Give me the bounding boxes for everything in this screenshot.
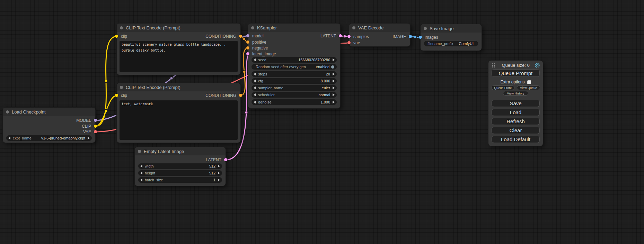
increment-arrow-icon[interactable] <box>218 179 220 181</box>
extra-options-checkbox[interactable] <box>527 80 531 84</box>
input-label-images: images <box>425 35 438 40</box>
model-output-dot[interactable] <box>94 119 97 122</box>
widget-value: 1.000 <box>320 100 330 104</box>
view-queue-button[interactable]: View Queue <box>517 85 540 90</box>
load-button[interactable]: Load <box>492 109 540 116</box>
decrement-arrow-icon[interactable] <box>140 165 142 168</box>
decrement-arrow-icon[interactable] <box>254 73 256 75</box>
queue-prompt-button[interactable]: Queue Prompt <box>492 69 540 77</box>
seed-widget[interactable]: seed 156680208700286 <box>252 57 337 63</box>
node-load-checkpoint[interactable]: Load Checkpoint MODEL CLIP VAE ckpt_name… <box>3 108 95 143</box>
next-arrow-icon[interactable] <box>333 87 335 89</box>
node-title-bar[interactable]: CLIP Text Encode (Prompt) <box>117 24 240 32</box>
collapse-dot-icon[interactable] <box>138 150 141 153</box>
input-label-clip: clip <box>121 34 127 39</box>
widget-value: 156680208700286 <box>298 58 330 62</box>
node-title-bar[interactable]: Load Checkpoint <box>3 108 95 116</box>
prev-arrow-icon[interactable] <box>254 93 256 96</box>
latent-image-input-dot[interactable] <box>246 52 249 55</box>
node-empty-latent-image[interactable]: Empty Latent Image LATENT width 512 heig… <box>135 147 226 186</box>
node-title-bar[interactable]: Empty Latent Image <box>135 147 226 155</box>
cfg-widget[interactable]: cfg 8.000 <box>252 78 337 84</box>
conditioning-output-dot[interactable] <box>239 94 242 97</box>
next-arrow-icon[interactable] <box>333 93 335 96</box>
clear-button[interactable]: Clear <box>492 127 540 134</box>
increment-arrow-icon[interactable] <box>218 165 220 168</box>
samples-input-dot[interactable] <box>347 35 351 38</box>
sampler-name-widget[interactable]: sampler_name euler <box>252 85 337 91</box>
output-label-conditioning: CONDITIONING <box>205 93 236 98</box>
scheduler-widget[interactable]: scheduler normal <box>252 92 337 98</box>
vae-output-dot[interactable] <box>94 130 97 133</box>
output-label-latent: LATENT <box>320 34 336 38</box>
node-title-bar[interactable]: VAE Decode <box>349 24 410 32</box>
decrement-arrow-icon[interactable] <box>254 80 256 82</box>
collapse-dot-icon[interactable] <box>352 26 355 29</box>
next-arrow-icon[interactable] <box>88 137 90 139</box>
collapse-dot-icon[interactable] <box>120 86 123 89</box>
ckpt-name-widget[interactable]: ckpt_name v1-5-pruned-emaonly.ckpt <box>6 135 92 141</box>
node-title-bar[interactable]: Save Image <box>421 24 482 33</box>
positive-input-dot[interactable] <box>246 40 249 44</box>
negative-input-dot[interactable] <box>246 46 249 49</box>
vae-input-dot[interactable] <box>347 41 351 44</box>
node-ksampler[interactable]: KSampler model positive negative latent_… <box>248 24 340 108</box>
filename-prefix-widget[interactable]: filename_prefix ComfyUI <box>424 41 478 46</box>
load-default-button[interactable]: Load Default <box>492 136 540 143</box>
seed-toggle-dot[interactable] <box>331 65 334 69</box>
view-history-button[interactable]: View History <box>503 91 528 96</box>
input-label-model: model <box>252 34 264 38</box>
decrement-arrow-icon[interactable] <box>254 58 256 61</box>
model-input-dot[interactable] <box>246 34 249 37</box>
collapse-dot-icon[interactable] <box>6 110 9 114</box>
node-vae-decode[interactable]: VAE Decode samples vae IMAGE <box>349 24 410 46</box>
collapse-dot-icon[interactable] <box>251 26 254 29</box>
node-clip-text-encode-negative[interactable]: CLIP Text Encode (Prompt) clip CONDITION… <box>117 83 240 143</box>
decrement-arrow-icon[interactable] <box>140 179 142 181</box>
output-label-vae: VAE <box>83 129 91 134</box>
wire-midpoint-dot <box>105 80 107 83</box>
steps-widget[interactable]: steps 20 <box>252 71 337 77</box>
clip-input-dot[interactable] <box>115 94 118 97</box>
node-graph-canvas[interactable]: Load Checkpoint MODEL CLIP VAE ckpt_name… <box>0 0 644 244</box>
random-seed-toggle-widget[interactable]: Random seed after every gen enabled <box>252 64 337 70</box>
widget-label: width <box>145 164 154 168</box>
prev-arrow-icon[interactable] <box>8 137 10 139</box>
increment-arrow-icon[interactable] <box>218 172 220 174</box>
decrement-arrow-icon[interactable] <box>254 101 256 103</box>
increment-arrow-icon[interactable] <box>333 73 335 75</box>
conditioning-output-dot[interactable] <box>239 35 242 38</box>
latent-output-dot[interactable] <box>224 158 227 161</box>
prev-arrow-icon[interactable] <box>254 87 256 89</box>
refresh-button[interactable]: Refresh <box>492 118 540 125</box>
latent-output-dot[interactable] <box>339 34 342 37</box>
node-save-image[interactable]: Save Image images filename_prefix ComfyU… <box>421 24 482 51</box>
save-button[interactable]: Save <box>492 100 540 107</box>
node-title: Save Image <box>430 26 453 31</box>
denoise-widget[interactable]: denoise 1.000 <box>252 99 337 105</box>
node-title-bar[interactable]: CLIP Text Encode (Prompt) <box>117 83 240 91</box>
node-title-bar[interactable]: KSampler <box>248 24 340 32</box>
images-input-dot[interactable] <box>419 36 422 39</box>
clip-input-dot[interactable] <box>115 35 118 38</box>
queue-front-button[interactable]: Queue Front <box>491 85 514 90</box>
increment-arrow-icon[interactable] <box>333 80 335 82</box>
collapse-dot-icon[interactable] <box>424 27 427 30</box>
clip-output-dot[interactable] <box>94 125 97 128</box>
output-label-clip: CLIP <box>82 124 91 129</box>
widget-value: v1-5-pruned-emaonly.ckpt <box>41 136 85 140</box>
output-label-image: IMAGE <box>392 34 406 39</box>
image-output-dot[interactable] <box>409 35 412 38</box>
node-clip-text-encode-positive[interactable]: CLIP Text Encode (Prompt) clip CONDITION… <box>117 24 240 75</box>
collapse-dot-icon[interactable] <box>120 26 123 29</box>
height-widget[interactable]: height 512 <box>138 170 222 176</box>
width-widget[interactable]: width 512 <box>138 163 222 169</box>
increment-arrow-icon[interactable] <box>333 58 335 61</box>
decrement-arrow-icon[interactable] <box>140 172 142 174</box>
input-label-vae: vae <box>353 40 360 45</box>
batch-size-widget[interactable]: batch_size 1 <box>138 177 222 183</box>
settings-gear-icon[interactable] <box>535 63 540 68</box>
prompt-textarea[interactable]: text, watermark <box>120 100 238 140</box>
increment-arrow-icon[interactable] <box>333 101 335 103</box>
prompt-textarea[interactable]: beautiful scenery nature glass bottle la… <box>120 41 238 72</box>
